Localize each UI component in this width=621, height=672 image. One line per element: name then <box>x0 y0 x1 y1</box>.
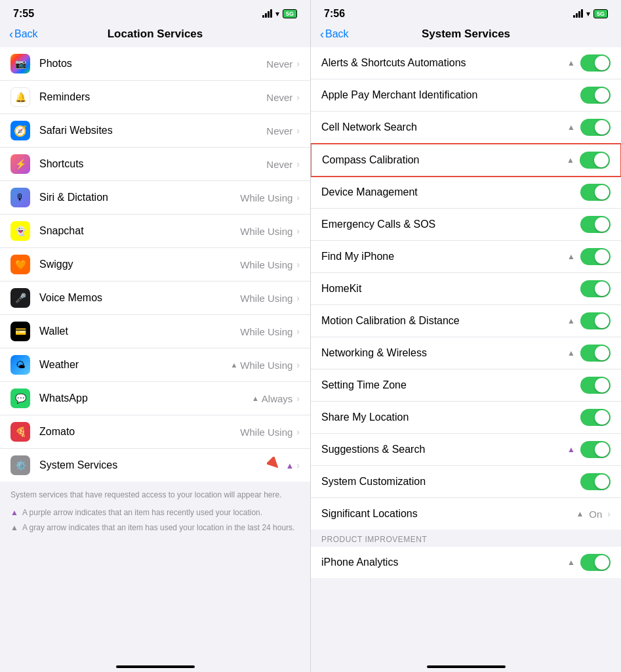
list-item[interactable]: 🧡 Swiggy While Using › <box>0 248 310 282</box>
location-arrow-icon8: ▲ <box>567 558 575 567</box>
siri-icon: 🎙 <box>10 188 30 207</box>
chevron-right-icon: › <box>296 259 300 270</box>
suggestions-toggle[interactable] <box>580 441 611 458</box>
location-arrow-icon6: ▲ <box>567 348 575 358</box>
list-item[interactable]: 🌤 Weather ▲ While Using › <box>0 348 310 382</box>
sys-item-motioncal[interactable]: Motion Calibration & Distance ▲ <box>311 305 621 337</box>
right-status-icons: ▾ 5G <box>573 9 608 18</box>
footer-legend-gray-text: A gray arrow indicates that an item has … <box>22 522 295 534</box>
footer-note: System services that have requested acce… <box>0 482 310 545</box>
left-nav-title: Location Services <box>108 28 203 41</box>
settingtime-toggle[interactable] <box>580 377 611 394</box>
chevron-right-icon: › <box>296 58 300 69</box>
location-arrow-gray2: ▲ <box>252 394 259 402</box>
swiggy-icon: 🧡 <box>10 255 30 274</box>
list-item[interactable]: 🎤 Voice Memos While Using › <box>0 282 310 315</box>
chevron-right-icon: › <box>296 159 300 169</box>
list-item[interactable]: 🔔 Reminders Never › <box>0 81 310 114</box>
location-arrow-gray: ▲ <box>230 361 237 369</box>
iphoneanalytics-toggle[interactable] <box>580 554 611 571</box>
right-back-button[interactable]: ‹ Back <box>320 28 349 41</box>
chevron-right-icon: › <box>296 360 300 370</box>
motioncal-toggle[interactable] <box>580 312 611 329</box>
voicememos-icon: 🎤 <box>10 288 30 308</box>
list-item[interactable]: 👻 Snapchat While Using › <box>0 215 310 248</box>
applepay-toggle[interactable] <box>580 87 611 104</box>
left-panel: 7:55 ▾ 5G ‹ Back Location Services 📷 <box>0 0 311 672</box>
sys-item-applepay[interactable]: Apple Pay Merchant Identification <box>311 79 621 112</box>
system-services-item[interactable]: ⚙️ System Services ▲ › <box>0 449 310 482</box>
alerts-toggle[interactable] <box>580 54 611 72</box>
compass-toggle[interactable] <box>580 152 610 169</box>
footer-legend-purple: ▲ A purple arrow indicates that an item … <box>10 507 300 518</box>
left-back-button[interactable]: ‹ Back <box>9 28 38 41</box>
networking-toggle[interactable] <box>580 345 611 362</box>
chevron-right-icon: › <box>296 293 300 303</box>
findmyiphone-toggle[interactable] <box>580 248 611 265</box>
right-panel: 7:56 ▾ 5G ‹ Back System Services Alerts … <box>311 0 621 672</box>
sys-item-iphoneanalytics[interactable]: iPhone Analytics ▲ <box>311 547 621 578</box>
sys-item-syscustom[interactable]: System Customization <box>311 466 621 498</box>
homekit-toggle[interactable] <box>580 280 611 297</box>
right-status-bar: 7:56 ▾ 5G <box>311 0 621 24</box>
list-item[interactable]: 💳 Wallet While Using › <box>0 315 310 348</box>
sys-item-alerts[interactable]: Alerts & Shortcuts Automations ▲ <box>311 47 621 79</box>
purple-arrow-icon2: ▲ <box>567 445 575 454</box>
sys-item-networking[interactable]: Networking & Wireless ▲ <box>311 337 621 369</box>
left-status-bar: 7:55 ▾ 5G <box>0 0 310 24</box>
chevron-right-icon: › <box>296 92 300 102</box>
chevron-right-icon: › <box>296 393 300 404</box>
devicemgmt-toggle[interactable] <box>580 184 611 201</box>
whatsapp-icon: 💬 <box>10 388 30 408</box>
left-back-label: Back <box>14 28 38 40</box>
list-item[interactable]: 🍕 Zomato While Using › <box>0 415 310 449</box>
wifi-icon: ▾ <box>275 9 279 18</box>
chevron-right-icon: › <box>296 192 300 203</box>
purple-legend-icon: ▲ <box>10 508 18 517</box>
location-arrow-icon: ▲ <box>567 58 575 68</box>
syscustom-toggle[interactable] <box>580 473 611 490</box>
snapchat-icon: 👻 <box>10 221 30 241</box>
sys-item-sigloc[interactable]: Significant Locations ▲ On › <box>311 498 621 530</box>
cellnetwork-toggle[interactable] <box>580 119 611 136</box>
wallet-icon: 💳 <box>10 322 30 341</box>
right-back-label: Back <box>325 28 349 40</box>
home-indicator <box>0 654 310 672</box>
list-item[interactable]: 🧭 Safari Websites Never › <box>0 114 310 148</box>
sys-item-findmyiphone[interactable]: Find My iPhone ▲ <box>311 241 621 273</box>
left-nav-bar: ‹ Back Location Services <box>0 24 310 47</box>
chevron-right-icon: › <box>296 460 300 471</box>
right-list: Alerts & Shortcuts Automations ▲ Apple P… <box>311 47 621 654</box>
left-time: 7:55 <box>13 8 34 20</box>
sys-item-shareloc[interactable]: Share My Location <box>311 402 621 434</box>
chevron-right-icon: › <box>296 427 300 437</box>
shortcuts-icon: ⚡ <box>10 154 30 174</box>
emergency-toggle[interactable] <box>580 216 611 233</box>
list-item[interactable]: ⚡ Shortcuts Never › <box>0 148 310 181</box>
sys-item-cellnetwork[interactable]: Cell Network Search ▲ <box>311 112 621 144</box>
location-arrow-icon7: ▲ <box>576 509 584 518</box>
sys-item-homekit[interactable]: HomeKit <box>311 273 621 305</box>
left-list-section: 📷 Photos Never › 🔔 Reminders Never › 🧭 <box>0 47 310 482</box>
signal-icon <box>262 10 272 18</box>
list-item[interactable]: 💬 WhatsApp ▲ Always › <box>0 382 310 415</box>
chevron-right-icon: › <box>296 125 300 136</box>
list-item[interactable]: 🎙 Siri & Dictation While Using › <box>0 181 310 215</box>
sys-item-suggestions[interactable]: Suggestions & Search ▲ <box>311 434 621 466</box>
right-time: 7:56 <box>324 8 345 20</box>
footer-main-text: System services that have requested acce… <box>10 490 300 501</box>
chevron-right-icon: › <box>296 326 300 337</box>
list-item[interactable]: 📷 Photos Never › <box>0 47 310 81</box>
sys-item-settingtime[interactable]: Setting Time Zone <box>311 369 621 402</box>
chevron-right-icon: › <box>296 226 300 236</box>
sys-item-compass[interactable]: Compass Calibration ▲ <box>311 143 621 177</box>
right-home-bar <box>427 665 506 668</box>
reminders-icon: 🔔 <box>10 87 30 107</box>
left-list: 📷 Photos Never › 🔔 Reminders Never › 🧭 <box>0 47 310 654</box>
shareloc-toggle[interactable] <box>580 409 611 426</box>
footer-legend-gray: ▲ A gray arrow indicates that an item ha… <box>10 522 300 534</box>
sys-item-emergency[interactable]: Emergency Calls & SOS <box>311 209 621 241</box>
svg-marker-0 <box>267 457 281 471</box>
sys-item-devicemgmt[interactable]: Device Management <box>311 177 621 209</box>
back-chevron-icon: ‹ <box>9 28 13 41</box>
